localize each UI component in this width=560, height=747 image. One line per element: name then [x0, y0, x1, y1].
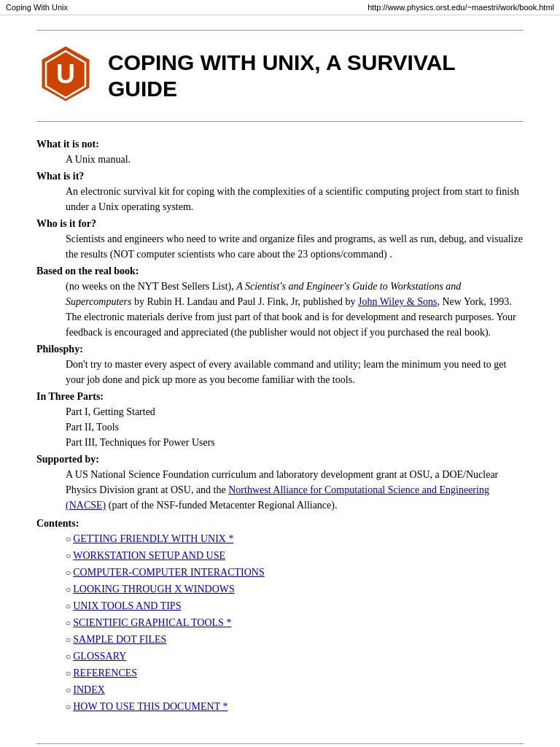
contents-item-9[interactable]: REFERENCES	[73, 667, 137, 678]
text-what-not: A Unix manual.	[66, 152, 524, 167]
contents-item-10[interactable]: INDEX	[73, 684, 105, 695]
bottom-divider	[36, 743, 524, 744]
page-title: COPING WITH UNIX, A SURVIVAL GUIDE	[108, 50, 456, 102]
contents-item-8[interactable]: GLOSSARY	[73, 651, 126, 662]
contents-item-2[interactable]: WORKSTATION SETUP AND USE	[73, 550, 225, 561]
label-contents: Contents:	[36, 518, 79, 529]
header-divider	[36, 121, 524, 122]
top-divider	[36, 30, 524, 31]
contents-item-4[interactable]: LOOKING THROUGH X WINDOWS	[73, 584, 235, 595]
label-philosphy: Philosphy:	[36, 344, 83, 355]
logo-icon: U	[36, 45, 95, 104]
browser-url: http://www.physics.orst.edu/~maestri/wor…	[368, 3, 554, 12]
text-supported-by: A US National Science Foundation curricu…	[66, 467, 524, 513]
nacse-link[interactable]: Northwest Alliance for Computational Sci…	[66, 484, 489, 511]
text-part1: Part I, Getting Started	[66, 404, 524, 419]
label-based-on: Based on the real book:	[36, 266, 139, 276]
label-supported-by: Supported by:	[36, 454, 99, 465]
content-section: What it is not: A Unix manual. What is i…	[36, 136, 524, 714]
text-philosphy: Don't try to master every aspect of ever…	[66, 357, 524, 387]
browser-title: Coping With Unix	[6, 3, 68, 12]
text-based-on: (no weeks on the NYT Best Sellers List),…	[66, 279, 524, 340]
header-section: U COPING WITH UNIX, A SURVIVAL GUIDE	[36, 45, 524, 107]
contents-item-3[interactable]: COMPUTER-COMPUTER INTERACTIONS	[73, 567, 265, 578]
contents-item-11[interactable]: HOW TO USE THIS DOCUMENT *	[73, 701, 228, 712]
contents-item-6[interactable]: SCIENTIFIC GRAPHICAL TOOLS *	[73, 617, 231, 628]
label-three-parts: In Three Parts:	[36, 391, 104, 402]
text-part2: Part II, Tools	[66, 419, 524, 435]
john-wiley-link[interactable]: John Wiley & Sons	[358, 296, 437, 307]
label-what-not: What it is not:	[36, 139, 99, 150]
label-what-is: What is it?	[36, 171, 84, 182]
contents-item-7[interactable]: SAMPLE DOT FILES	[73, 634, 166, 645]
label-who-for: Who is it for?	[36, 218, 96, 229]
logo-container: U	[36, 45, 95, 107]
contents-item-1[interactable]: GETTING FRIENDLY WITH UNIX *	[73, 533, 233, 544]
svg-text:U: U	[56, 59, 75, 89]
contents-item-5[interactable]: UNIX TOOLS AND TIPS	[73, 600, 181, 611]
text-who-for: Scientists and engineers who need to wri…	[66, 231, 524, 262]
text-part3: Part III, Techniques for Power Users	[66, 435, 524, 450]
text-what-is: An electronic survival kit for coping wi…	[66, 184, 524, 214]
contents-list: GETTING FRIENDLY WITH UNIX * WORKSTATION…	[66, 531, 524, 714]
